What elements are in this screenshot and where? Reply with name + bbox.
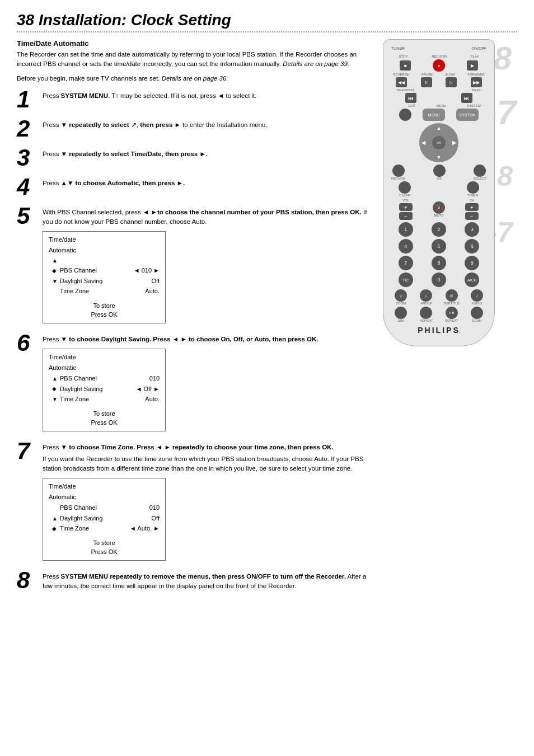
num-9-button[interactable]: 9 [465,256,479,270]
bottom-grid: ⊙ ZOOM ▷ ANGLE ☰ SUBTITLE ♪ [389,289,489,305]
ok-button[interactable] [433,165,446,177]
rec-otr-button[interactable]: ● [433,59,445,72]
vol-up-button[interactable]: + [399,203,413,211]
num-1-button[interactable]: 1 [399,222,413,237]
dpad-down[interactable]: ▼ [437,154,442,160]
dpad-ok[interactable]: OK [432,136,446,149]
system-label: SYSTEM [467,104,481,107]
slow-button[interactable]: ▷ [446,77,457,87]
step-3-content: Press ▼ repeatedly to select Time/Date, … [43,146,372,159]
title-text: Installation: Clock Setting [39,11,231,29]
vol-mute-ch-row: VOL + − 🔇 MUTE CH + − [389,199,489,220]
zoom-group: ⊙ ZOOM [389,289,413,305]
scan-button[interactable] [471,307,483,319]
next-button[interactable]: ⏭ [461,93,472,103]
num-2-button[interactable]: 2 [432,222,446,237]
next-label: NEXT [472,88,481,92]
menu-label: MENU [437,104,447,107]
timer-group: TIMER [467,181,479,197]
transport-row-2: ◀◀ II ▷ ▶▶ [389,77,489,87]
clear-timer-row: CLEAR TIMER [389,181,489,197]
edit-button[interactable] [399,109,411,121]
num-5-button[interactable]: 5 [432,239,446,253]
forward-button[interactable]: ▶▶ [471,77,482,87]
clear-button[interactable] [399,181,411,194]
step-1-content: Press SYSTEM MENU. T↑ may be selected. I… [43,88,372,101]
a-ch-button[interactable]: A/CH [465,273,479,287]
stop-button[interactable]: ■ [400,60,411,71]
tuner-label: TUNER [391,46,405,50]
step-6-number: 6 [17,331,37,355]
remote-top-labels: TUNER ON/OFF [387,44,491,53]
angle-label: ANGLE [420,302,432,305]
tic-button[interactable]: TIC [399,273,413,287]
select-button[interactable] [474,165,486,177]
dpad-ring[interactable]: ▲ ▼ ◀ ▶ OK [419,123,458,162]
step-6-row-pbs: ▲ PBS Channel 010 [52,373,160,384]
clear-label: CLEAR [399,194,410,197]
dpad-left[interactable]: ◀ [421,140,425,145]
angle-button[interactable]: ▷ [420,289,432,302]
step-7-content: Press ▼ to choose Time Zone. Press ◄ ► r… [43,439,372,563]
dpad-up[interactable]: ▲ [437,125,442,131]
transport-mid-labels: REVERSE PAUSE SLOW FORWARD [387,73,491,76]
ch-down-button[interactable]: − [465,212,479,220]
subtitle-group: ☰ SUBTITLE [440,289,463,305]
num-4-button[interactable]: 4 [399,239,413,253]
vol-label: VOL [402,199,409,202]
step-8: 8 Press SYSTEM MENU repeatedly to remove… [17,569,372,592]
step-1-number: 1 [17,88,37,111]
num-0-button[interactable]: 0 [432,273,446,287]
mute-button[interactable]: 🔇 [433,201,445,214]
step-6-content: Press ▼ to choose Daylight Saving. Press… [43,331,372,434]
page-title: 38 Installation: Clock Setting [17,11,517,29]
menu-button[interactable]: MENU [423,109,445,121]
repeat2-button[interactable]: A·B [446,307,458,319]
step-5-row-daylight: ▼ Daylight Saving Off [52,276,160,287]
vol-down-button[interactable]: − [399,212,413,220]
reverse-button[interactable]: ◀◀ [396,77,407,87]
step-3: 3 Press ▼ repeatedly to select Time/Date… [17,146,372,170]
step-7-row-daylight: ▲ Daylight Saving Off [52,513,160,524]
num-7-button[interactable]: 7 [399,256,413,270]
step-5-screen-title: Time/date [49,235,160,245]
remote-container: 8 2-7 1,8 5-7 TUNER ON/OFF STOP REC/OTR … [383,39,500,346]
audio-button[interactable]: ♪ [471,289,483,302]
step-2: 2 Press ▼ repeatedly to select ↗, then p… [17,117,372,140]
step-5-to-store: To storePress OK [49,301,160,320]
play-label: PLAY [471,55,479,58]
a-b-label: REPEAT [445,319,458,322]
step-6-screen-title: Time/date [49,353,160,362]
angle-group: ▷ ANGLE [414,289,438,305]
return-button[interactable] [392,165,405,177]
step-4-number: 4 [17,175,37,199]
dpad-right[interactable]: ▶ [452,140,456,145]
timer-button[interactable] [467,181,479,194]
intro-para-1: The Recorder can set the time and date a… [17,50,372,69]
system-button[interactable]: SYSTEM [456,109,479,121]
dim-group: DIM [389,307,413,322]
play-button[interactable]: ▶ [467,60,478,71]
ch-up-button[interactable]: + [465,203,479,211]
num-8-button[interactable]: 8 [432,256,446,270]
step-7: 7 Press ▼ to choose Time Zone. Press ◄ ►… [17,439,372,563]
zoom-button[interactable]: ⊙ [395,289,407,302]
step-6-to-store: To storePress OK [49,409,160,428]
pause-button[interactable]: II [421,77,432,87]
slow-label: SLOW [445,73,455,76]
prev-next-labels: PREVIOUS NEXT [387,88,491,92]
main-layout: Time/Date Automatic The Recorder can set… [17,39,517,598]
num-3-button[interactable]: 3 [465,222,479,237]
num-6-button[interactable]: 6 [465,239,479,253]
stop-label: STOP [399,55,407,58]
subtitle-button[interactable]: ☰ [446,289,458,302]
step-5-number: 5 [17,204,37,228]
page-container: 38 Installation: Clock Setting Time/Date… [17,11,517,598]
scan-label: SCAN [472,319,482,322]
dim-button[interactable] [395,307,407,319]
edit-menu-labels: EDIT MENU SYSTEM [387,104,491,107]
select-label: SELECT [474,177,486,180]
previous-button[interactable]: ⏮ [405,93,416,103]
repeat1-button[interactable] [420,307,432,319]
step-6-screen-subtitle: Automatic [49,363,160,373]
